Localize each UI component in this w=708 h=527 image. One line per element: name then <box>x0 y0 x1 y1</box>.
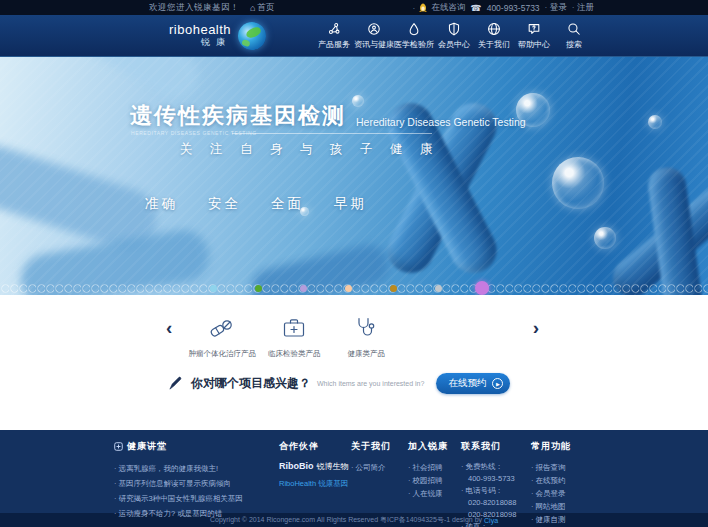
partner-logo-ribohealth[interactable]: RiboHealth 锐康基因 <box>279 479 351 489</box>
footer-col-partners: 合作伙伴 RiboBio锐博生物 RiboHealth 锐康基因 <box>279 440 351 527</box>
nav-label: 资讯与健康 <box>354 39 394 50</box>
carousel-dot[interactable] <box>390 285 397 292</box>
nav-item-search[interactable]: 搜索 <box>554 22 594 50</box>
copyright-bar: Copyright © 2014 Ricongene.com All Right… <box>0 513 708 527</box>
login-link[interactable]: 登录 <box>545 2 567 14</box>
interest-row: 你对哪个项目感兴趣？ Which items are you intereste… <box>114 373 594 394</box>
footer-link[interactable]: 社会招聘 <box>408 461 461 474</box>
nav-item-medical-lab[interactable]: 医学检验所 <box>394 22 434 50</box>
nav-label: 产品服务 <box>318 39 350 50</box>
carousel-dot[interactable] <box>210 285 217 292</box>
globe-icon <box>487 22 501 36</box>
bead-chain-border <box>0 283 708 294</box>
hotline-number: 400-993-5733 <box>487 3 540 13</box>
nav-label: 医学检验所 <box>394 39 434 50</box>
nav-item-help-center[interactable]: 帮助中心 <box>514 22 554 50</box>
product-category-tumor[interactable]: 肿瘤个体化治疗产品 <box>186 315 258 359</box>
carousel-dot[interactable] <box>300 285 307 292</box>
chat-help-icon <box>527 22 541 36</box>
carousel-next-arrow[interactable]: › <box>533 315 539 341</box>
main-nav: ribohealth 锐康 产品服务 资讯与健康 <box>0 15 708 57</box>
footer-link[interactable]: 基因序列信息解读可显示疾病倾向 <box>114 476 279 491</box>
hatch-overlay <box>0 57 708 295</box>
carousel-prev-arrow[interactable]: ‹ <box>166 315 172 341</box>
pen-icon <box>168 376 183 391</box>
nav-label: 关于我们 <box>478 39 510 50</box>
footer: 健康讲堂 远离乳腺癌，我的健康我做主! 基因序列信息解读可显示疾病倾向 研究揭示… <box>0 430 708 513</box>
partner-logo-ribobio[interactable]: RiboBio锐博生物 <box>279 461 351 472</box>
footer-link[interactable]: 研究揭示3种中国女性乳腺癌相关基因 <box>114 491 279 506</box>
product-category-clinical[interactable]: 临床检验类产品 <box>258 315 330 359</box>
footer-heading: 加入锐康 <box>408 440 448 453</box>
register-link[interactable]: 注册 <box>572 2 594 14</box>
home-link[interactable]: ⌂ 首页 <box>250 2 274 14</box>
feature-comprehensive: 全面 <box>271 195 304 213</box>
carousel-dot-active[interactable] <box>475 281 489 295</box>
product-category-label: 健康类产品 <box>348 349 386 359</box>
footer-link[interactable]: 会员登录 <box>531 487 591 500</box>
product-category-label: 肿瘤个体化治疗产品 <box>189 349 257 359</box>
content-band: ‹ 肿瘤个体化治疗产品 临床检验类产品 <box>0 295 708 430</box>
footer-col-join: 加入锐康 社会招聘 校园招聘 人在锐康 <box>408 440 461 527</box>
footer-heading: 常用功能 <box>531 440 571 453</box>
hero-banner: 遗传性疾病基因检测 Hereditary Diseases Genetic Te… <box>0 57 708 295</box>
logo-text-en: ribohealth <box>169 23 231 37</box>
carousel-dot[interactable] <box>345 285 352 292</box>
nav-label: 会员中心 <box>438 39 470 50</box>
person-circle-icon <box>367 22 381 36</box>
footer-link[interactable]: 远离乳腺癌，我的健康我做主! <box>114 461 279 476</box>
globe-logo-icon <box>238 22 266 50</box>
shield-icon <box>447 22 461 36</box>
footer-heading: 联系我们 <box>461 440 501 453</box>
hero-features: 准确 安全 全面 早期 <box>145 195 367 213</box>
nav-item-news-health[interactable]: 资讯与健康 <box>354 22 394 50</box>
carousel-dot[interactable] <box>255 285 262 292</box>
feature-early: 早期 <box>334 195 367 213</box>
hero-title-en: Hereditary Diseases Genetic Testing <box>356 116 526 131</box>
medkit-icon <box>281 315 307 341</box>
topbar: 欢迎您进入锐康基因！ ⌂ 首页 在线咨询 ☎ 400-993-5733 登录 注… <box>0 0 708 15</box>
interest-question-en: Which items are you interested in? <box>317 380 424 387</box>
footer-col-about: 关于我们 公司简介 <box>351 440 408 527</box>
footer-link[interactable]: 校园招聘 <box>408 474 461 487</box>
molecule-icon <box>327 22 341 36</box>
logo[interactable]: ribohealth 锐康 <box>169 22 266 50</box>
qq-penguin-icon <box>418 2 428 13</box>
nav-item-member-center[interactable]: 会员中心 <box>434 22 474 50</box>
hotline-label: 免费热线： <box>461 461 531 473</box>
footer-heading: 健康讲堂 <box>127 440 167 453</box>
welcome-text: 欢迎您进入锐康基因！ <box>149 2 239 14</box>
footer-link[interactable]: 公司简介 <box>351 461 408 474</box>
footer-col-functions: 常用功能 报告查询 在线预约 会员登录 网站地图 健康自测 <box>531 440 591 527</box>
pills-icon <box>209 315 235 341</box>
feature-safe: 安全 <box>208 195 241 213</box>
footer-link[interactable]: 报告查询 <box>531 461 591 474</box>
nav-label: 帮助中心 <box>518 39 550 50</box>
drop-icon <box>407 22 421 36</box>
online-booking-button[interactable]: 在线预约 ▶ <box>436 373 510 394</box>
product-category-health[interactable]: 健康类产品 <box>330 315 402 359</box>
footer-link[interactable]: 网站地图 <box>531 500 591 513</box>
product-carousel: ‹ 肿瘤个体化治疗产品 临床检验类产品 <box>114 295 594 359</box>
play-circle-icon: ▶ <box>492 378 503 389</box>
home-icon: ⌂ <box>250 3 255 13</box>
interest-question: 你对哪个项目感兴趣？ <box>191 375 311 392</box>
phone-icon: ☎ <box>470 3 481 13</box>
hero-title: 遗传性疾病基因检测 <box>130 101 346 131</box>
footer-link[interactable]: 健康自测 <box>531 513 591 526</box>
nav-item-about-us[interactable]: 关于我们 <box>474 22 514 50</box>
nav-item-products[interactable]: 产品服务 <box>314 22 354 50</box>
qq-service-link[interactable]: 在线咨询 <box>413 2 466 14</box>
feature-accurate: 准确 <box>145 195 178 213</box>
footer-link[interactable]: 人在锐康 <box>408 487 461 500</box>
footer-col-health-class: 健康讲堂 远离乳腺癌，我的健康我做主! 基因序列信息解读可显示疾病倾向 研究揭示… <box>114 440 279 527</box>
hero-subtitle: 关 注 自 身 与 孩 子 健 康 <box>180 141 439 158</box>
qq-service-label: 在线咨询 <box>431 2 465 14</box>
footer-col-contact: 联系我们 免费热线： 400-993-5733 电话号码： 020-820180… <box>461 440 531 527</box>
hero-divider-line <box>232 133 432 134</box>
footer-heading: 关于我们 <box>351 440 391 453</box>
design-by-link[interactable]: Ciya <box>484 517 498 524</box>
footer-link[interactable]: 在线预约 <box>531 474 591 487</box>
phone-label: 电话号码： <box>461 485 531 497</box>
carousel-dot[interactable] <box>435 285 442 292</box>
